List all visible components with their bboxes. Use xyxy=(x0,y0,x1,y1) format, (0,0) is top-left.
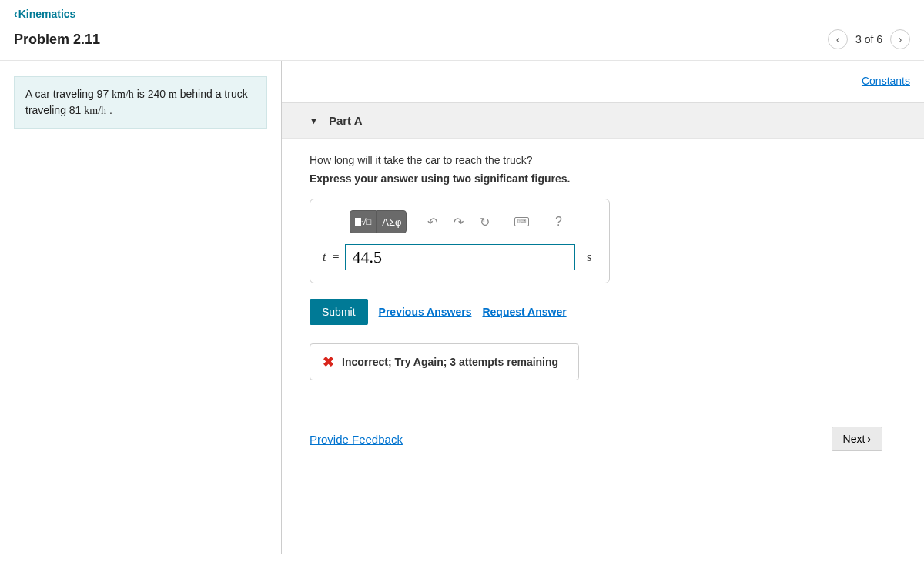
answer-container: √□ ΑΣφ ↶ ↷ ↻ ⌨ ? t = s xyxy=(310,199,610,283)
undo-icon: ↶ xyxy=(427,215,437,229)
greek-symbols-button[interactable]: ΑΣφ xyxy=(377,210,407,233)
templates-icon: √□ xyxy=(355,217,372,226)
redo-icon: ↷ xyxy=(454,215,464,229)
incorrect-icon: ✖ xyxy=(323,353,334,370)
chevron-right-icon: › xyxy=(899,33,902,45)
equals-sign: = xyxy=(332,250,339,264)
chevron-left-icon: ‹ xyxy=(14,8,18,20)
next-button-label: Next xyxy=(843,433,865,445)
chevron-left-icon: ‹ xyxy=(836,33,840,45)
answer-instruction: Express your answer using two significan… xyxy=(310,172,896,185)
back-to-chapter-link[interactable]: ‹Kinematics xyxy=(14,8,75,20)
caret-down-icon: ▼ xyxy=(310,116,318,126)
part-label: Part A xyxy=(329,114,363,127)
reset-button[interactable]: ↻ xyxy=(473,210,496,233)
request-answer-link[interactable]: Request Answer xyxy=(482,306,566,318)
feedback-text: Incorrect; Try Again; 3 attempts remaini… xyxy=(342,356,558,368)
templates-button[interactable]: √□ xyxy=(350,210,377,233)
help-button[interactable]: ? xyxy=(547,210,570,233)
keyboard-icon: ⌨ xyxy=(514,217,529,226)
next-button[interactable]: Next› xyxy=(832,427,882,451)
equation-toolbar: √□ ΑΣφ ↶ ↷ ↻ ⌨ ? xyxy=(323,210,597,233)
answer-input[interactable] xyxy=(345,244,575,270)
question-text: How long will it take the car to reach t… xyxy=(310,154,896,166)
chevron-right-icon: › xyxy=(867,433,871,445)
back-link-label: Kinematics xyxy=(18,8,76,20)
reset-icon: ↻ xyxy=(480,215,490,229)
answer-variable: t xyxy=(323,250,326,264)
redo-button[interactable]: ↷ xyxy=(447,210,470,233)
problem-position: 3 of 6 xyxy=(855,33,882,45)
keyboard-button[interactable]: ⌨ xyxy=(510,210,533,233)
answer-unit: s xyxy=(581,250,597,264)
submit-button[interactable]: Submit xyxy=(310,299,368,325)
part-header[interactable]: ▼ Part A xyxy=(282,102,924,139)
provide-feedback-link[interactable]: Provide Feedback xyxy=(310,433,403,446)
prev-problem-button[interactable]: ‹ xyxy=(828,29,848,49)
problem-statement: A car traveling 97 km/h is 240 m behind … xyxy=(14,76,267,129)
problem-title: Problem 2.11 xyxy=(14,32,828,48)
constants-link[interactable]: Constants xyxy=(862,75,910,87)
next-problem-button[interactable]: › xyxy=(890,29,910,49)
feedback-box: ✖ Incorrect; Try Again; 3 attempts remai… xyxy=(310,343,579,380)
undo-button[interactable]: ↶ xyxy=(420,210,444,233)
previous-answers-link[interactable]: Previous Answers xyxy=(379,306,472,318)
